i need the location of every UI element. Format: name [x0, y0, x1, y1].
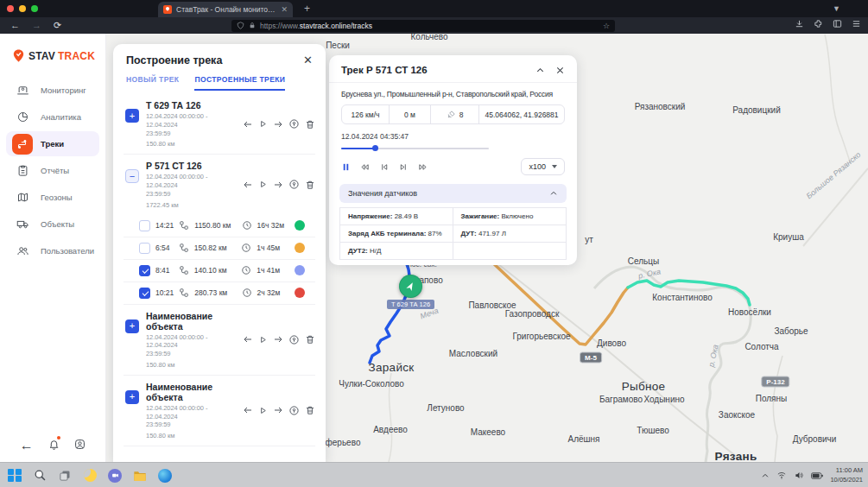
tracking-shield-icon[interactable] — [237, 22, 244, 29]
track-segment-row[interactable]: 6:54 150.82 км 1ч 45м — [124, 237, 315, 260]
next-track-button[interactable] — [273, 334, 283, 345]
sensors-section-toggle[interactable]: Значения датчиков — [339, 184, 567, 203]
sensors-title: Значения датчиков — [348, 189, 417, 198]
collapse-panel-icon[interactable] — [535, 66, 545, 75]
map-label: Зарайск — [369, 361, 415, 374]
timeline-thumb[interactable] — [372, 145, 378, 151]
browser-tab[interactable]: СтавТрак - Онлайн мониторин ✕ — [158, 2, 293, 17]
tab-list-chevron-icon[interactable]: ▼ — [833, 4, 840, 13]
focus-track-button[interactable] — [288, 334, 300, 345]
tray-chevron-up-icon[interactable] — [761, 471, 770, 480]
step-back-button[interactable] — [379, 162, 390, 172]
segment-checkbox[interactable] — [139, 220, 150, 231]
tab-new-track[interactable]: НОВЫЙ ТРЕК — [126, 75, 179, 91]
tab-built-tracks[interactable]: ПОСТРОЕННЫЕ ТРЕКИ — [194, 75, 285, 91]
downloads-icon[interactable] — [795, 19, 804, 28]
delete-track-button[interactable] — [305, 180, 315, 190]
prev-track-button[interactable] — [243, 334, 253, 345]
map-label: Рязановский — [635, 102, 686, 111]
collapse-minus-icon[interactable]: − — [125, 169, 139, 183]
forward-button[interactable]: → — [32, 20, 41, 31]
profile-button[interactable] — [74, 438, 86, 453]
sidebar-item-analytics[interactable]: Аналитика — [6, 104, 99, 130]
track-name: Р 571 СТ 126 — [146, 161, 240, 171]
next-track-button[interactable] — [273, 405, 283, 415]
taskbar-clock[interactable]: 11:00 AM10/05/2021 — [830, 466, 863, 484]
next-track-button[interactable] — [273, 180, 283, 190]
panel-close-icon[interactable]: ✕ — [303, 54, 313, 66]
close-panel-icon[interactable] — [555, 66, 565, 75]
expand-plus-icon[interactable]: + — [125, 109, 139, 123]
rewind-button[interactable] — [359, 162, 371, 172]
task-view-button[interactable] — [57, 468, 73, 484]
menu-icon[interactable] — [852, 19, 861, 28]
focus-track-button[interactable] — [288, 405, 300, 416]
segment-checkbox[interactable] — [139, 265, 150, 276]
sidebar-item-tracks[interactable]: Треки — [6, 131, 99, 156]
route-icon — [179, 265, 189, 275]
notifications-button[interactable] — [48, 438, 60, 453]
play-track-button[interactable] — [258, 406, 268, 415]
collapse-sidebar-button[interactable]: ← — [20, 438, 34, 453]
reports-icon — [12, 161, 33, 181]
delete-track-button[interactable] — [305, 334, 315, 345]
volume-icon[interactable] — [794, 471, 804, 480]
vehicle-marker[interactable] — [399, 275, 422, 298]
map-label: Криуша — [773, 232, 804, 242]
sidebar-item-reports[interactable]: Отчёты — [6, 158, 99, 183]
wifi-icon[interactable] — [776, 471, 787, 480]
tab-close-icon[interactable]: ✕ — [281, 5, 288, 14]
extensions-icon[interactable] — [814, 19, 823, 28]
reload-button[interactable]: ⟳ — [54, 20, 61, 31]
file-explorer-button[interactable] — [132, 468, 148, 484]
fast-forward-button[interactable] — [417, 162, 428, 172]
expand-plus-icon[interactable]: + — [125, 319, 139, 333]
delete-track-button[interactable] — [305, 119, 315, 130]
timeline-slider[interactable] — [341, 145, 489, 152]
track-item[interactable]: − Р 571 СТ 126 12.04.2024 00:00:00 - 12.… — [124, 155, 315, 214]
battery-icon[interactable] — [811, 471, 823, 480]
vehicle-label-badge[interactable]: Т 629 ТА 126 — [387, 300, 434, 309]
url-bar[interactable]: https://www.stavtrack.online/tracks ☆ — [231, 20, 615, 32]
prev-track-button[interactable] — [243, 119, 253, 130]
bookmark-star-icon[interactable]: ☆ — [603, 22, 610, 30]
focus-track-button[interactable] — [288, 118, 300, 130]
teams-chat-button[interactable] — [107, 468, 123, 484]
play-track-button[interactable] — [258, 119, 268, 129]
back-button[interactable]: ← — [10, 20, 20, 31]
minimize-window-button[interactable] — [19, 5, 26, 12]
track-segment-row[interactable]: 8:41 140.10 км 1ч 41м — [124, 260, 315, 282]
next-track-button[interactable] — [273, 119, 283, 130]
prev-track-button[interactable] — [243, 405, 253, 415]
expand-plus-icon[interactable]: + — [125, 390, 139, 404]
zoom-window-button[interactable] — [31, 5, 38, 12]
track-segment-row[interactable]: 14:21 1150.80 км 16ч 32м — [124, 215, 315, 237]
new-tab-button[interactable]: + — [304, 3, 310, 15]
sidebar-toggle-icon[interactable] — [833, 19, 842, 28]
play-track-button[interactable] — [258, 335, 268, 345]
pause-button[interactable] — [341, 162, 351, 172]
track-segment-row[interactable]: 10:21 280.73 км 2ч 32м — [124, 282, 315, 305]
delete-track-button[interactable] — [305, 405, 315, 415]
playback-speed-select[interactable]: x100 — [521, 158, 565, 175]
track-item[interactable]: + Наименование объекта 12.04.2024 00:00:… — [124, 376, 315, 446]
play-track-button[interactable] — [258, 180, 268, 189]
sidebar-item-users[interactable]: Пользователи — [6, 238, 99, 263]
sidebar-item-objects[interactable]: Объекты — [6, 212, 99, 237]
step-forward-button[interactable] — [398, 162, 409, 172]
map-label: Заокское — [719, 410, 755, 420]
segment-checkbox[interactable] — [139, 288, 150, 299]
segment-checkbox[interactable] — [139, 243, 150, 254]
taskbar-search-button[interactable] — [32, 468, 48, 484]
track-item[interactable]: + Наименование объекта 12.04.2024 00:00:… — [124, 305, 315, 376]
close-window-button[interactable] — [7, 5, 14, 12]
prev-track-button[interactable] — [243, 180, 253, 190]
sidebar-item-geozones[interactable]: Геозоны — [6, 185, 99, 210]
track-item[interactable]: + Т 629 ТА 126 12.04.2024 00:00:00 - 12.… — [124, 94, 315, 155]
focus-track-button[interactable] — [288, 179, 300, 190]
moon-app-button[interactable] — [82, 468, 98, 484]
map-label: Макеево — [471, 427, 505, 437]
edge-browser-button[interactable] — [157, 468, 173, 484]
sidebar-item-monitoring[interactable]: Мониторинг — [6, 78, 99, 103]
start-button[interactable] — [7, 468, 22, 484]
